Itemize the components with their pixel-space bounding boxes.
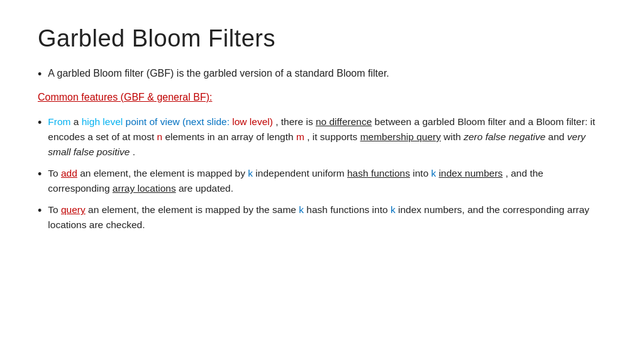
bullet-item-2: • To add an element, the element is mapp… [38, 166, 606, 196]
text-add-e: are updated. [179, 183, 233, 194]
bullet-3-dot: • [38, 202, 42, 220]
intro-bullet: • A garbled Bloom filter (GBF) is the ga… [38, 66, 606, 83]
text-a: a [74, 116, 82, 127]
text-add: add [61, 168, 77, 178]
text-index-numbers: index numbers [439, 168, 503, 178]
bullet-3-content: To query an element, the element is mapp… [48, 202, 606, 233]
intro-bullet-text: A garbled Bloom filter (GBF) is the garb… [48, 66, 389, 81]
common-features-heading: Common features (GBF & general BF): [38, 92, 606, 103]
text-high-level: high level [82, 116, 123, 127]
bullet-1-dot: • [38, 114, 42, 132]
bullet-list: • From a high level point of view (next … [38, 114, 606, 233]
slide: Garbled Bloom Filters • A garbled Bloom … [0, 0, 644, 362]
text-zero-false: zero false negative [464, 131, 545, 142]
text-query-b: hash functions into [306, 204, 391, 215]
text-e: elements in an array of length [165, 131, 296, 142]
text-g: with [443, 131, 464, 142]
bullet-2-dot: • [38, 166, 42, 184]
text-i: . [133, 146, 135, 157]
text-add-c: into [413, 168, 431, 178]
text-membership-query: membership query [360, 131, 441, 142]
text-to-add-post: an element, the element is mapped by [80, 168, 248, 178]
text-m: m [296, 131, 304, 142]
slide-title: Garbled Bloom Filters [38, 25, 606, 52]
text-hash-functions: hash functions [347, 168, 410, 178]
text-k2: k [431, 168, 436, 178]
text-h: and [548, 131, 567, 142]
text-point-of-view: point of view (next slide: [126, 116, 230, 127]
intro-bullet-dot: • [38, 66, 42, 83]
text-array-locations: array locations [113, 183, 176, 194]
text-query: query [61, 204, 86, 215]
text-k1: k [248, 168, 253, 178]
bullet-1-content: From a high level point of view (next sl… [48, 114, 606, 160]
text-low-level: low level) [232, 116, 273, 127]
text-to-query-pre: To [48, 204, 61, 215]
text-no-diff: no difference [316, 116, 372, 127]
text-k4: k [391, 204, 396, 215]
text-to-add-pre: To [48, 168, 61, 178]
text-from: From [48, 116, 70, 127]
bullet-item-1: • From a high level point of view (next … [38, 114, 606, 160]
text-to-query-post: an element, the element is mapped by the… [88, 204, 299, 215]
text-add-b: independent uniform [255, 168, 347, 178]
bullet-2-content: To add an element, the element is mapped… [48, 166, 606, 196]
text-k3: k [299, 204, 304, 215]
bullet-item-3: • To query an element, the element is ma… [38, 202, 606, 233]
text-n: n [157, 131, 163, 142]
text-c: , there is [275, 116, 316, 127]
text-f: , it supports [307, 131, 360, 142]
